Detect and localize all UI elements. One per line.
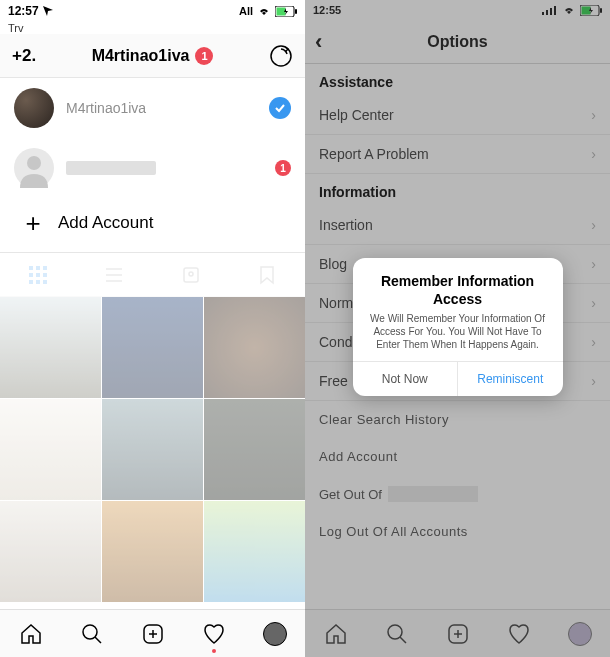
account-switcher-dropdown: M4rtinao1iva 1 + Add Account	[0, 78, 305, 253]
photo-thumbnail[interactable]	[0, 399, 101, 500]
svg-point-4	[27, 156, 41, 170]
add-account-row[interactable]: + Add Account	[0, 198, 305, 253]
selected-check-icon	[269, 97, 291, 119]
photo-thumbnail[interactable]	[204, 297, 305, 398]
activity-icon[interactable]	[269, 44, 293, 68]
plus-icon: +	[22, 212, 44, 234]
header-username: M4rtinao1iva	[92, 47, 190, 65]
list-view-tab[interactable]	[76, 253, 152, 296]
notification-badge: 1	[195, 47, 213, 65]
svg-rect-13	[43, 280, 47, 284]
activity-dot	[212, 649, 216, 653]
photo-thumbnail[interactable]	[204, 501, 305, 602]
svg-rect-5	[29, 266, 33, 270]
svg-point-19	[83, 625, 97, 639]
photo-thumbnail[interactable]	[102, 297, 203, 398]
status-time: 12:57	[8, 4, 39, 18]
svg-rect-2	[295, 9, 297, 14]
account-switcher-badge[interactable]: +2.	[12, 46, 36, 66]
left-screen: 12:57 All Trv +2. M4rtinao1iva 1	[0, 0, 305, 657]
home-tab[interactable]	[18, 621, 44, 647]
photo-thumbnail[interactable]	[0, 297, 101, 398]
photo-grid	[0, 297, 305, 602]
modal-title: Remember Information Access	[365, 272, 551, 308]
photo-thumbnail[interactable]	[0, 501, 101, 602]
svg-point-18	[189, 272, 193, 276]
carrier-label: Trv	[0, 22, 305, 34]
photo-thumbnail[interactable]	[102, 399, 203, 500]
account-name: M4rtinao1iva	[66, 100, 257, 116]
battery-icon	[275, 6, 297, 17]
photo-thumbnail[interactable]	[204, 399, 305, 500]
avatar	[14, 88, 54, 128]
modal-text: We Will Remember Your Information Of Acc…	[365, 312, 551, 351]
avatar-placeholder	[14, 148, 54, 188]
profile-tab[interactable]	[262, 621, 288, 647]
saved-tab[interactable]	[229, 253, 305, 296]
account-name	[66, 161, 263, 175]
remember-button[interactable]: Reminiscent	[458, 362, 563, 396]
profile-header: +2. M4rtinao1iva 1	[0, 34, 305, 78]
nav-avatar	[263, 622, 287, 646]
right-screen: 12:55 ‹ Options Assistance Help Center› …	[305, 0, 610, 657]
svg-rect-7	[43, 266, 47, 270]
svg-rect-1	[277, 7, 286, 15]
search-tab[interactable]	[79, 621, 105, 647]
svg-rect-17	[184, 268, 198, 282]
add-account-label: Add Account	[58, 213, 153, 233]
activity-tab[interactable]	[201, 621, 227, 647]
account-switcher[interactable]: M4rtinao1iva 1	[92, 47, 214, 65]
svg-rect-9	[36, 273, 40, 277]
wifi-icon	[257, 6, 271, 16]
svg-line-20	[95, 637, 101, 643]
view-tabs	[0, 253, 305, 297]
svg-rect-11	[29, 280, 33, 284]
remember-info-modal: Remember Information Access We Will Reme…	[353, 258, 563, 396]
svg-rect-8	[29, 273, 33, 277]
bottom-nav	[0, 609, 305, 657]
svg-rect-6	[36, 266, 40, 270]
svg-rect-10	[43, 273, 47, 277]
status-bar: 12:57 All	[0, 0, 305, 22]
account-row[interactable]: 1	[0, 138, 305, 198]
new-post-tab[interactable]	[140, 621, 166, 647]
notification-badge: 1	[275, 160, 291, 176]
photo-thumbnail[interactable]	[102, 501, 203, 602]
profile-content-dimmed	[0, 253, 305, 602]
network-label: All	[239, 5, 253, 17]
location-icon	[43, 6, 53, 16]
not-now-button[interactable]: Not Now	[353, 362, 459, 396]
grid-view-tab[interactable]	[0, 253, 76, 296]
svg-rect-12	[36, 280, 40, 284]
account-row[interactable]: M4rtinao1iva	[0, 78, 305, 138]
tagged-tab[interactable]	[153, 253, 229, 296]
